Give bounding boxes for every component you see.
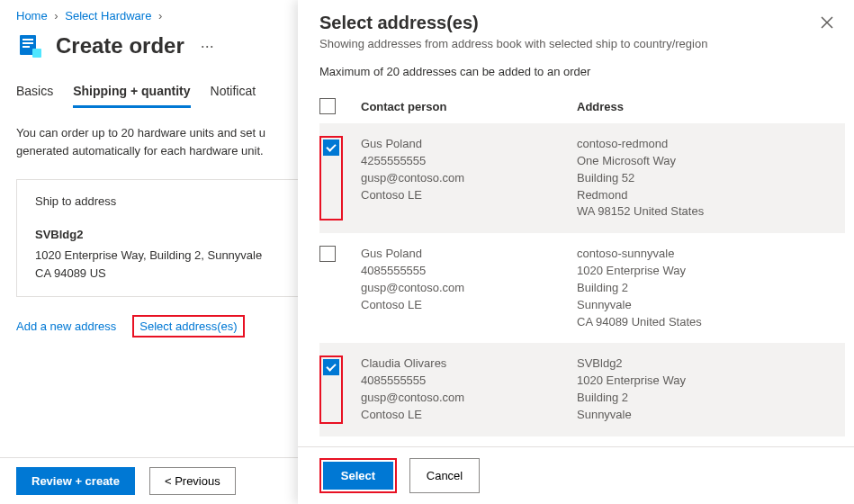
chevron-right-icon: › xyxy=(54,9,58,22)
panel-header: Select address(es) Showing addresses fro… xyxy=(298,0,854,59)
row-checkbox[interactable] xyxy=(319,246,336,262)
svg-rect-4 xyxy=(32,49,41,58)
table-header: Contact person Address xyxy=(319,93,845,123)
col-header-address: Address xyxy=(577,100,845,113)
panel-title: Select address(es) xyxy=(319,13,832,33)
tab-basics[interactable]: Basics xyxy=(16,78,53,108)
panel-subtitle: Showing addresses from address book with… xyxy=(319,37,832,50)
breadcrumb-select-hardware[interactable]: Select Hardware xyxy=(65,9,151,22)
svg-rect-1 xyxy=(22,39,33,40)
contact-cell: Gus Poland 4085555555 gusp@contoso.com C… xyxy=(361,246,577,330)
svg-rect-3 xyxy=(22,46,30,48)
contact-cell: Claudia Olivares 4085555555 gusp@contoso… xyxy=(361,356,577,423)
review-create-button[interactable]: Review + create xyxy=(16,467,135,495)
address-table: Contact person Address Gus Poland 425555… xyxy=(298,93,854,446)
previous-button[interactable]: < Previous xyxy=(149,467,236,495)
highlight-box: Select address(es) xyxy=(132,315,244,338)
address-cell: contoso-sunnyvale 1020 Enterprise Way Bu… xyxy=(577,246,838,330)
panel-note: Maximum of 20 addresses can be added to … xyxy=(298,59,854,93)
panel-footer: Select Cancel xyxy=(298,446,854,504)
more-button[interactable]: ··· xyxy=(195,37,220,56)
table-row[interactable]: Gus Poland 4085555555 gusp@contoso.com C… xyxy=(319,233,845,343)
svg-rect-2 xyxy=(22,42,33,44)
address-cell: SVBldg2 1020 Enterprise Way Building 2 S… xyxy=(577,356,838,423)
row-checkbox[interactable] xyxy=(323,140,339,156)
chevron-right-icon: › xyxy=(158,9,162,22)
table-row[interactable]: Claudia Olivares 4085555555 gusp@contoso… xyxy=(319,343,845,436)
address-cell: contoso-redmond One Microsoft Way Buildi… xyxy=(577,136,838,220)
contact-cell: Gus Poland 4255555555 gusp@contoso.com C… xyxy=(361,136,577,220)
order-icon xyxy=(16,32,45,60)
highlight-box: Select xyxy=(319,458,397,493)
highlight-box xyxy=(319,356,343,423)
highlight-box xyxy=(319,136,343,220)
select-button[interactable]: Select xyxy=(323,462,393,490)
select-addresses-link[interactable]: Select address(es) xyxy=(139,320,237,333)
page-title: Create order xyxy=(56,33,184,58)
select-address-panel: Select address(es) Showing addresses fro… xyxy=(298,0,854,504)
select-all-checkbox[interactable] xyxy=(319,98,336,114)
tab-shipping-quantity[interactable]: Shipping + quantity xyxy=(73,78,190,108)
row-checkbox[interactable] xyxy=(323,359,339,375)
close-icon[interactable] xyxy=(816,13,838,34)
table-row[interactable]: Gus Poland 4255555555 gusp@contoso.com C… xyxy=(319,123,845,233)
add-new-address-link[interactable]: Add a new address xyxy=(16,320,116,333)
tab-notifications[interactable]: Notificat xyxy=(211,78,256,108)
breadcrumb-home[interactable]: Home xyxy=(16,9,48,22)
cancel-button[interactable]: Cancel xyxy=(409,458,480,493)
col-header-contact: Contact person xyxy=(361,100,577,113)
